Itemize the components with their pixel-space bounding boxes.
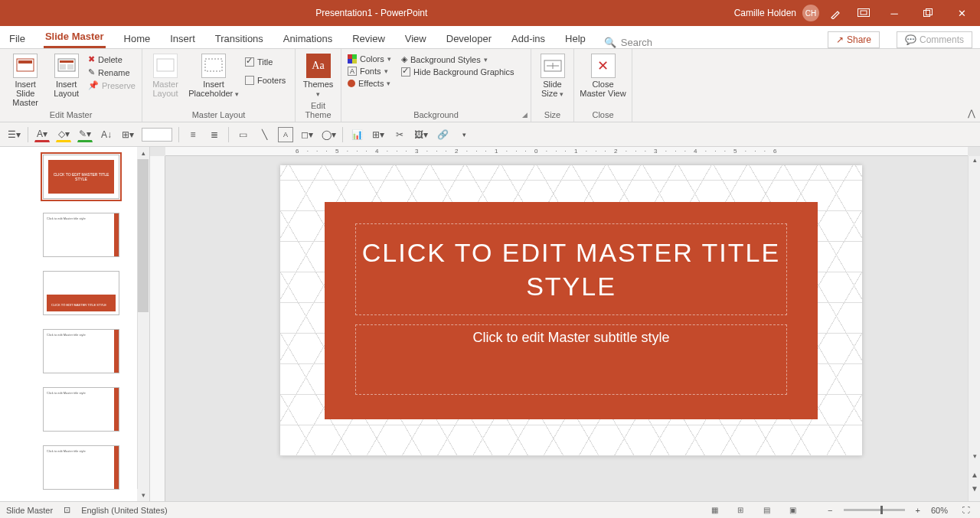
comments-button[interactable]: 💬 Comments: [897, 31, 972, 48]
insert-layout-button[interactable]: Insert Layout: [49, 52, 83, 98]
slideshow-view-button[interactable]: ▣: [785, 504, 800, 516]
line-shape-button[interactable]: ╲: [256, 127, 272, 142]
zoom-in-button[interactable]: +: [916, 506, 920, 515]
minimize-button[interactable]: ─: [880, 0, 908, 26]
tab-file[interactable]: File: [8, 28, 27, 48]
collapse-ribbon-button[interactable]: ⋀: [968, 108, 975, 119]
svg-rect-1: [861, 11, 867, 15]
link-button[interactable]: 🔗: [435, 127, 450, 142]
font-color-button[interactable]: A▾: [34, 127, 50, 142]
tab-insert[interactable]: Insert: [168, 28, 197, 48]
scroll-up-icon[interactable]: ▴: [137, 147, 149, 159]
main-area: CLICK TO EDIT MASTER TITLE STYLE Click t…: [0, 147, 980, 501]
thumbnail-layout-5[interactable]: Click to edit Master title style: [43, 445, 119, 490]
group-label-size: Size: [536, 110, 569, 121]
normal-view-button[interactable]: ▦: [707, 504, 722, 516]
scroll-down-icon[interactable]: ▾: [137, 489, 149, 501]
tab-developer[interactable]: Developer: [445, 28, 493, 48]
sort-button[interactable]: A↓: [99, 127, 114, 142]
user-avatar[interactable]: CH: [802, 5, 819, 21]
svg-rect-7: [60, 60, 74, 63]
tab-home[interactable]: Home: [122, 28, 152, 48]
editor-scrollbar[interactable]: ▴ ▾ ▲ ▼: [968, 156, 980, 501]
thumbnail-scrollbar[interactable]: ▴ ▾: [137, 147, 149, 501]
drawing-mode-icon[interactable]: [825, 2, 847, 24]
fonts-button[interactable]: AFonts: [346, 66, 397, 77]
background-styles-button[interactable]: ◈Background Styles: [400, 54, 515, 65]
group-background: Colors AFonts Effects ◈Background Styles…: [341, 49, 531, 122]
more-shapes-button[interactable]: ◯▾: [321, 127, 336, 142]
share-button[interactable]: ↗ Share: [828, 31, 880, 48]
zoom-slider[interactable]: [844, 509, 905, 511]
chart-button[interactable]: 📊: [349, 127, 364, 142]
thumbnail-layout-4[interactable]: Click to edit Master title style: [43, 387, 119, 432]
group-edit-theme: Aa Themes Edit Theme: [296, 49, 341, 122]
next-slide-button[interactable]: ▼: [969, 484, 980, 497]
delete-button[interactable]: ✖Delete: [87, 54, 137, 65]
status-language[interactable]: English (United States): [81, 506, 168, 515]
insert-slide-master-button[interactable]: Insert Slide Master: [5, 52, 46, 107]
title-placeholder[interactable]: CLICK TO EDIT MASTER TITLE STYLE: [355, 223, 787, 315]
thumbnail-master[interactable]: CLICK TO EDIT MASTER TITLE STYLE: [43, 155, 119, 199]
close-master-view-button[interactable]: ✕ Close Master View: [579, 52, 627, 98]
display-settings-icon[interactable]: [853, 2, 874, 24]
horizontal-ruler[interactable]: 6 · · · 5 · · · 4 · · · 3 · · · 2 · · · …: [165, 147, 968, 156]
close-window-button[interactable]: ✕: [948, 0, 975, 26]
arrange-button[interactable]: ⊞▾: [120, 127, 136, 142]
reading-view-button[interactable]: ▤: [759, 504, 774, 516]
vertical-ruler[interactable]: [150, 156, 165, 501]
thumbnail-layout-3[interactable]: Click to edit Master title style: [43, 329, 119, 373]
fonts-icon: A: [348, 67, 357, 76]
rename-button[interactable]: ✎Rename: [87, 67, 137, 78]
tab-animations[interactable]: Animations: [282, 28, 334, 48]
shapes-menu-button[interactable]: ◻▾: [299, 127, 315, 142]
effects-button[interactable]: Effects: [346, 78, 397, 89]
tab-addins[interactable]: Add-ins: [510, 28, 547, 48]
slide-editor: 6 · · · 5 · · · 4 · · · 3 · · · 2 · · · …: [150, 147, 980, 501]
crop-button[interactable]: ✂: [392, 127, 407, 142]
sorter-view-button[interactable]: ⊞: [733, 504, 748, 516]
fit-to-window-button[interactable]: ⛶: [959, 504, 974, 516]
subtitle-placeholder[interactable]: Click to edit Master subtitle style: [355, 324, 787, 395]
scroll-down-icon[interactable]: ▾: [969, 452, 980, 464]
accessibility-icon[interactable]: ⊡: [64, 505, 70, 515]
slide-canvas[interactable]: CLICK TO EDIT MASTER TITLE STYLE Click t…: [280, 165, 862, 456]
footers-checkbox[interactable]: Footers: [243, 75, 287, 86]
text-box-button[interactable]: A: [278, 127, 293, 142]
tab-slide-master[interactable]: Slide Master: [44, 26, 106, 48]
align-objects-button[interactable]: ☰▾: [6, 127, 21, 142]
zoom-level[interactable]: 60%: [931, 506, 948, 515]
zoom-out-button[interactable]: −: [828, 506, 832, 515]
scroll-up-icon[interactable]: ▴: [969, 156, 980, 168]
colors-button[interactable]: Colors: [346, 54, 397, 64]
ribbon-tabs: File Slide Master Home Insert Transition…: [0, 26, 980, 49]
themes-button[interactable]: Aa Themes: [300, 52, 336, 98]
hide-bg-checkbox[interactable]: Hide Background Graphics: [400, 67, 515, 77]
preserve-button[interactable]: 📌Preserve: [87, 80, 137, 91]
title-checkbox[interactable]: Title: [243, 57, 287, 67]
picture-button[interactable]: 🖼▾: [413, 127, 429, 142]
tab-help[interactable]: Help: [564, 28, 587, 48]
scroll-thumb[interactable]: [138, 159, 149, 312]
fill-color-button[interactable]: ◇▾: [56, 127, 71, 142]
table-button[interactable]: ⊞▾: [371, 127, 386, 142]
thumbnail-layout-1[interactable]: Click to edit Master title style: [43, 213, 119, 257]
tab-review[interactable]: Review: [351, 28, 387, 48]
align-center-button[interactable]: ≣: [207, 127, 222, 142]
align-left-button[interactable]: ≡: [185, 127, 201, 142]
group-label-background: Background: [346, 110, 526, 121]
tell-me-search[interactable]: 🔍 Search: [604, 37, 652, 48]
prev-slide-button[interactable]: ▲: [969, 471, 980, 483]
tab-view[interactable]: View: [403, 28, 428, 48]
background-dialog-launcher[interactable]: ◢: [522, 111, 528, 119]
more-commands-button[interactable]: ▾: [456, 127, 472, 142]
slide-size-button[interactable]: Slide Size: [536, 52, 569, 98]
outline-color-button[interactable]: ✎▾: [77, 127, 93, 142]
shape-style-select[interactable]: [142, 128, 172, 142]
insert-placeholder-button[interactable]: Insert Placeholder: [187, 52, 240, 98]
maximize-button[interactable]: [914, 0, 942, 26]
thumbnail-layout-2[interactable]: CLICK TO EDIT MASTER TITLE STYLE: [43, 271, 119, 315]
tab-transitions[interactable]: Transitions: [214, 28, 265, 48]
rectangle-shape-button[interactable]: ▭: [235, 127, 250, 142]
zoom-handle[interactable]: [880, 506, 883, 514]
